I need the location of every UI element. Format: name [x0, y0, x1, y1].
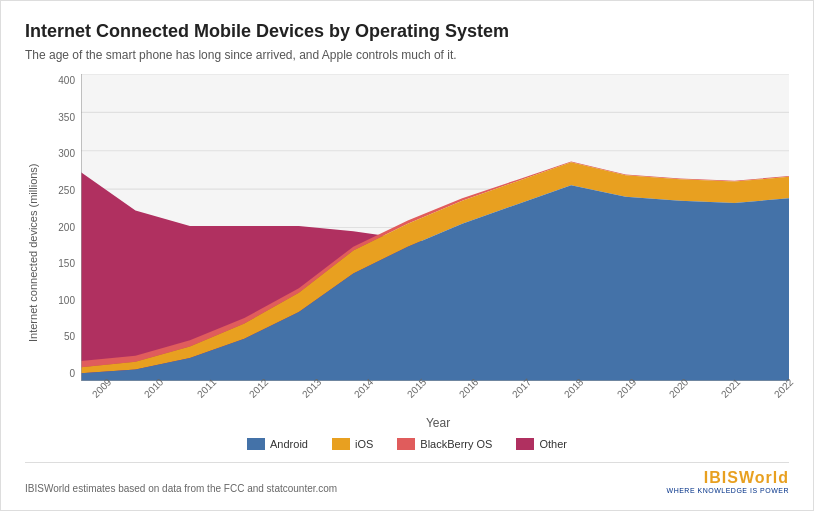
legend-item-other: Other: [516, 438, 567, 450]
chart-plot-area: 400 350 300 250 200 150 100 50 0: [45, 74, 789, 381]
x-tick-2022: 2022: [772, 378, 794, 400]
android-label: Android: [270, 438, 308, 450]
footer: IBISWorld estimates based on data from t…: [25, 462, 789, 494]
x-tick-2013: 2013: [300, 378, 322, 400]
y-tick-100: 100: [58, 296, 75, 306]
other-swatch: [516, 438, 534, 450]
logo-container: IBISWorld Where Knowledge Is Power: [667, 469, 789, 494]
logo-world: World: [739, 469, 789, 486]
blackberry-label: BlackBerry OS: [420, 438, 492, 450]
x-ticks: 2009 2010 2011 2012 2013 2014 2015 2016 …: [87, 381, 789, 396]
y-tick-300: 300: [58, 149, 75, 159]
ios-label: iOS: [355, 438, 373, 450]
x-tick-2009: 2009: [90, 378, 112, 400]
chart-svg-container: [81, 74, 789, 381]
y-tick-50: 50: [64, 332, 75, 342]
y-axis-ticks: 400 350 300 250 200 150 100 50 0: [45, 74, 81, 381]
logo-main: IBISWorld: [704, 469, 789, 487]
chart-title: Internet Connected Mobile Devices by Ope…: [25, 21, 789, 42]
y-tick-400: 400: [58, 76, 75, 86]
x-tick-2011: 2011: [195, 378, 217, 400]
y-tick-350: 350: [58, 113, 75, 123]
legend-item-android: Android: [247, 438, 308, 450]
logo-sub: Where Knowledge Is Power: [667, 487, 789, 494]
y-tick-0: 0: [69, 369, 75, 379]
logo-ibis: IBIS: [704, 469, 739, 486]
y-axis-label: Internet connected devices (millions): [25, 74, 41, 432]
y-tick-200: 200: [58, 223, 75, 233]
y-tick-250: 250: [58, 186, 75, 196]
legend-item-ios: iOS: [332, 438, 373, 450]
legend: Android iOS BlackBerry OS Other: [25, 438, 789, 450]
chart-area: Internet connected devices (millions) 40…: [25, 74, 789, 432]
chart-subtitle: The age of the smart phone has long sinc…: [25, 48, 789, 62]
blackberry-swatch: [397, 438, 415, 450]
x-tick-2020: 2020: [667, 378, 689, 400]
x-tick-2016: 2016: [457, 378, 479, 400]
chart-with-axes: 400 350 300 250 200 150 100 50 0: [45, 74, 789, 432]
x-axis-area: 2009 2010 2011 2012 2013 2014 2015 2016 …: [87, 381, 789, 396]
x-axis-title: Year: [426, 416, 450, 430]
ios-swatch: [332, 438, 350, 450]
x-tick-2010: 2010: [142, 378, 164, 400]
x-tick-2018: 2018: [562, 378, 584, 400]
legend-item-blackberry: BlackBerry OS: [397, 438, 492, 450]
main-container: Internet Connected Mobile Devices by Ope…: [0, 0, 814, 511]
x-tick-2015: 2015: [405, 378, 427, 400]
x-tick-2012: 2012: [247, 378, 269, 400]
x-tick-2014: 2014: [352, 378, 374, 400]
x-tick-2021: 2021: [719, 378, 741, 400]
x-tick-2017: 2017: [510, 378, 532, 400]
chart-inner: Internet connected devices (millions) 40…: [25, 74, 789, 432]
x-label-row: Year: [87, 416, 789, 430]
footer-source: IBISWorld estimates based on data from t…: [25, 483, 337, 494]
other-label: Other: [539, 438, 567, 450]
y-tick-150: 150: [58, 259, 75, 269]
x-tick-2019: 2019: [614, 378, 636, 400]
android-swatch: [247, 438, 265, 450]
